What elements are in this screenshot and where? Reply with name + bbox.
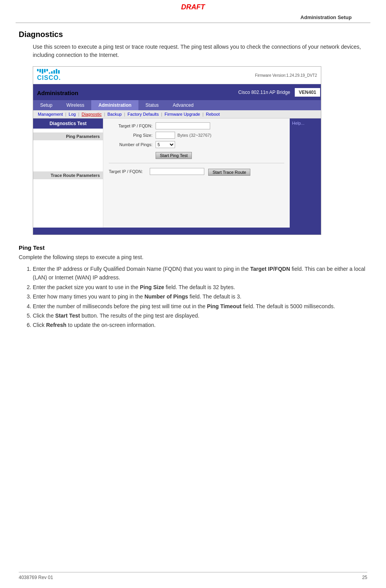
bar10 <box>58 70 60 74</box>
diagnostics-heading: Diagnostics <box>19 30 367 39</box>
ping-test-intro: Complete the following steps to execute … <box>19 253 367 261</box>
ping-form-group: Target IP / FQDN: Ping Size: 32 Bytes (3… <box>109 122 284 159</box>
step5-bold: Start Test <box>55 313 80 319</box>
subtab-diagnostic[interactable]: Diagnostic <box>80 111 103 117</box>
sep1: | <box>65 112 66 117</box>
step2-bold: Ping Size <box>140 284 164 290</box>
subtab-reboot[interactable]: Reboot <box>204 111 221 117</box>
step-1: Enter the IP address or Fully Qualified … <box>33 265 367 282</box>
target-ip-group: Target IP / FQDN: <box>109 122 284 129</box>
step-2: Enter the packet size you want to use in… <box>33 283 367 291</box>
trace-route-form: Target IP / FQDN: Start Trace Route <box>109 167 284 176</box>
ping-size-group: Ping Size: 32 Bytes (32~32767) <box>109 132 284 139</box>
trace-target-label: Target IP / FQDN: <box>109 169 146 174</box>
router-help-panel: Help... <box>290 118 321 228</box>
router-tabs: Setup Wireless Administration Status Adv… <box>33 100 321 110</box>
bar2 <box>39 69 41 72</box>
router-body: Diagnostics Test Ping Parameters Trace R… <box>33 118 321 228</box>
sidebar-ping-params: Ping Parameters <box>33 132 103 140</box>
trace-target-input[interactable] <box>150 168 204 175</box>
cisco-text: CISCO. <box>37 74 61 81</box>
router-header: CISCO. Firmware Version:1.24.29.19_DVT2 <box>33 67 321 84</box>
ping-size-hint: Bytes (32~32767) <box>177 133 211 138</box>
bar6 <box>49 72 50 74</box>
model-badge: VEN401 <box>295 88 320 97</box>
draft-label: DRAFT <box>0 0 386 13</box>
bar4 <box>44 69 46 72</box>
admin-nav-label: Administration <box>33 84 82 100</box>
router-sidebar: Diagnostics Test Ping Parameters Trace R… <box>33 118 103 228</box>
subtab-management[interactable]: Management <box>36 111 64 117</box>
bar5 <box>46 69 48 71</box>
page-title: Administration Setup <box>16 13 370 23</box>
sep4: | <box>124 112 125 117</box>
num-pings-group: Number of Pings: 5 <box>109 141 284 148</box>
step-4: Enter the number of milliseconds before … <box>33 302 367 311</box>
firmware-text: Firmware Version:1.24.29.19_DVT2 <box>255 73 317 78</box>
step4-bold: Ping Timeout <box>207 303 241 309</box>
page-footer: 4038769 Rev 01 25 <box>19 572 367 580</box>
ping-test-steps: Enter the IP address or Fully Qualified … <box>33 265 367 330</box>
cisco-bars <box>37 69 60 74</box>
footer-left: 4038769 Rev 01 <box>19 575 53 580</box>
brand-bar: Administration Cisco 802.11n AP Bridge V… <box>33 84 321 100</box>
num-pings-label: Number of Pings: <box>109 142 156 147</box>
start-ping-group: Start Ping Test <box>109 150 284 159</box>
bar9 <box>56 69 57 74</box>
divider <box>109 163 284 163</box>
diagnostics-intro: Use this screen to execute a ping test o… <box>33 43 367 59</box>
num-pings-select[interactable]: 5 <box>156 141 175 148</box>
tab-setup[interactable]: Setup <box>33 100 59 110</box>
ping-size-label: Ping Size: <box>109 133 156 138</box>
sidebar-trace-params: Trace Route Parameters <box>33 171 103 179</box>
target-ip-label: Target IP / FQDN: <box>109 124 156 128</box>
sep3: | <box>104 112 105 117</box>
step6-bold: Refresh <box>46 322 66 328</box>
start-ping-button[interactable]: Start Ping Test <box>156 152 192 159</box>
bar3 <box>42 69 43 74</box>
subtab-factory-defaults[interactable]: Factory Defaults <box>126 111 160 117</box>
bar8 <box>53 70 55 74</box>
step-5: Click the Start Test button. The results… <box>33 311 367 320</box>
start-trace-button[interactable]: Start Trace Route <box>208 169 250 176</box>
router-main-panel: Target IP / FQDN: Ping Size: 32 Bytes (3… <box>103 118 290 228</box>
tab-status[interactable]: Status <box>138 100 166 110</box>
sep5: | <box>161 112 162 117</box>
sep2: | <box>78 112 79 117</box>
sep6: | <box>202 112 204 117</box>
help-text: Help... <box>292 121 319 125</box>
step3-bold: Number of Pings <box>144 293 188 300</box>
subtab-backup[interactable]: Backup <box>106 111 124 117</box>
subtab-firmware-upgrade[interactable]: Firmware Upgrade <box>163 111 202 117</box>
subtab-log[interactable]: Log <box>67 111 77 117</box>
step-6: Click Refresh to update the on-screen in… <box>33 321 367 329</box>
cisco-logo: CISCO. <box>37 69 61 81</box>
ping-size-input[interactable]: 32 <box>156 132 175 139</box>
sidebar-title: Diagnostics Test <box>33 118 103 129</box>
bar7 <box>51 71 53 74</box>
main-content: Diagnostics Use this screen to execute a… <box>0 23 386 348</box>
ping-test-heading: Ping Test <box>19 244 367 251</box>
brand-label: Cisco 802.11n AP Bridge <box>82 87 295 97</box>
tab-wireless[interactable]: Wireless <box>59 100 91 110</box>
router-footer-bar <box>33 228 321 235</box>
footer-right: 25 <box>362 575 367 580</box>
tab-administration[interactable]: Administration <box>91 100 138 110</box>
router-ui-screenshot: CISCO. Firmware Version:1.24.29.19_DVT2 … <box>33 66 321 235</box>
tab-advanced[interactable]: Advanced <box>166 100 200 110</box>
target-ip-input[interactable] <box>156 122 210 129</box>
step-3: Enter how many times you want to ping in… <box>33 292 367 301</box>
bar1 <box>37 69 39 71</box>
router-subtabs: Management | Log | Diagnostic | Backup |… <box>33 110 321 118</box>
step1-bold: Target IP/FQDN <box>250 266 290 272</box>
